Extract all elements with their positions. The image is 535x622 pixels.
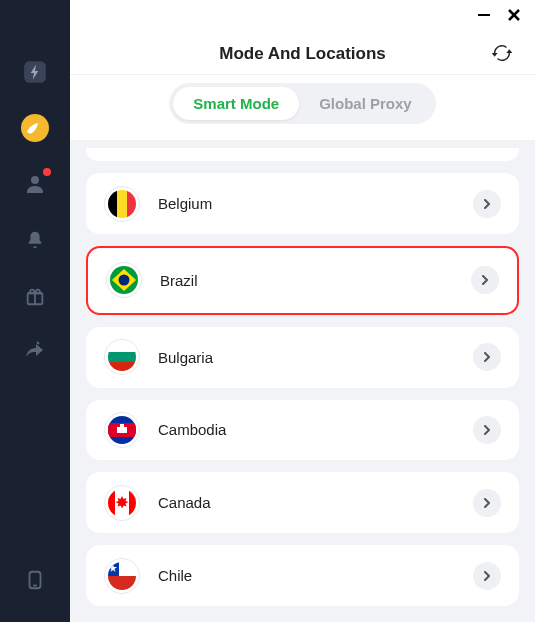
- country-name: Canada: [158, 494, 473, 511]
- notification-badge: [43, 168, 51, 176]
- svg-rect-29: [129, 488, 137, 518]
- svg-rect-10: [107, 189, 117, 219]
- globe-icon[interactable]: [21, 114, 49, 142]
- country-name: Brazil: [160, 272, 471, 289]
- country-name: Cambodia: [158, 421, 473, 438]
- bell-icon[interactable]: [21, 226, 49, 254]
- mode-tabs-container: Smart Mode Global Proxy: [70, 75, 535, 140]
- share-icon[interactable]: [21, 338, 49, 366]
- flag-icon: [104, 339, 140, 375]
- chevron-right-icon[interactable]: [473, 343, 501, 371]
- svg-rect-28: [107, 488, 115, 518]
- list-item-partial: [86, 148, 519, 161]
- svg-rect-32: [107, 576, 137, 591]
- minimize-button[interactable]: [477, 8, 491, 22]
- svg-rect-19: [107, 352, 137, 362]
- country-card-brazil[interactable]: Brazil: [86, 246, 519, 315]
- titlebar: [70, 0, 535, 30]
- location-list[interactable]: BelgiumBrazilBulgariaCambodiaCanadaChile: [70, 140, 535, 622]
- country-name: Chile: [158, 567, 473, 584]
- flag-icon: [104, 558, 140, 594]
- svg-rect-20: [107, 362, 137, 372]
- chevron-right-icon[interactable]: [473, 562, 501, 590]
- country-card-bulgaria[interactable]: Bulgaria: [86, 327, 519, 388]
- svg-point-16: [119, 275, 130, 286]
- country-card-belgium[interactable]: Belgium: [86, 173, 519, 234]
- device-icon[interactable]: [21, 566, 49, 594]
- main-panel: Mode And Locations Smart Mode Global Pro…: [70, 0, 535, 622]
- sidebar: [0, 0, 70, 622]
- flag-icon: [106, 262, 142, 298]
- tab-smart-mode[interactable]: Smart Mode: [173, 87, 299, 120]
- chevron-right-icon[interactable]: [471, 266, 499, 294]
- close-button[interactable]: [507, 8, 521, 22]
- header: Mode And Locations: [70, 30, 535, 75]
- country-card-canada[interactable]: Canada: [86, 472, 519, 533]
- page-title: Mode And Locations: [90, 44, 515, 64]
- flag-icon: [104, 485, 140, 521]
- country-card-cambodia[interactable]: Cambodia: [86, 400, 519, 461]
- chevron-right-icon[interactable]: [473, 489, 501, 517]
- refresh-button[interactable]: [491, 42, 513, 68]
- user-icon[interactable]: [21, 170, 49, 198]
- chevron-right-icon[interactable]: [473, 190, 501, 218]
- gift-icon[interactable]: [21, 282, 49, 310]
- svg-rect-18: [107, 342, 137, 352]
- svg-rect-11: [117, 189, 127, 219]
- flag-icon: [104, 412, 140, 448]
- chevron-right-icon[interactable]: [473, 416, 501, 444]
- country-name: Belgium: [158, 195, 473, 212]
- svg-rect-25: [120, 424, 124, 428]
- svg-rect-12: [127, 189, 137, 219]
- country-name: Bulgaria: [158, 349, 473, 366]
- mode-tabs: Smart Mode Global Proxy: [169, 83, 435, 124]
- tab-global-proxy[interactable]: Global Proxy: [299, 87, 432, 120]
- bolt-icon[interactable]: [21, 58, 49, 86]
- flag-icon: [104, 186, 140, 222]
- svg-point-2: [31, 176, 39, 184]
- country-card-chile[interactable]: Chile: [86, 545, 519, 606]
